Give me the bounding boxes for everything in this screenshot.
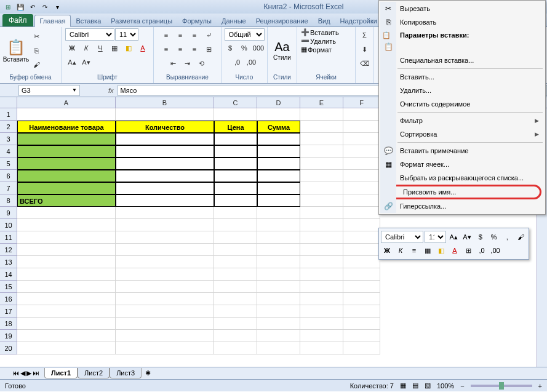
cell[interactable]: [343, 108, 380, 121]
row-header[interactable]: 8: [0, 194, 17, 207]
cell[interactable]: [300, 219, 343, 231]
row-header[interactable]: 16: [0, 293, 17, 305]
tab-data[interactable]: Данные: [217, 15, 251, 26]
row-header[interactable]: 12: [0, 244, 17, 256]
cell[interactable]: [116, 145, 214, 158]
align-left-icon[interactable]: ≡: [159, 42, 173, 56]
cell[interactable]: [343, 305, 380, 318]
cm-format-cells[interactable]: ▦Формат ячеек...: [380, 158, 544, 171]
shrink-font-icon[interactable]: A▾: [79, 55, 93, 69]
cell[interactable]: [116, 318, 214, 330]
view-layout-icon[interactable]: ▤: [412, 382, 418, 390]
copy-icon[interactable]: ⎘: [30, 44, 43, 57]
cell[interactable]: [343, 194, 380, 207]
view-pagebreak-icon[interactable]: ▧: [425, 382, 431, 390]
cm-copy[interactable]: ⎘Копировать: [380, 15, 544, 29]
row-header[interactable]: 9: [0, 207, 17, 219]
cell[interactable]: [214, 342, 257, 354]
cell[interactable]: [300, 244, 343, 256]
cell[interactable]: [214, 244, 257, 256]
cell[interactable]: [17, 256, 116, 268]
row-header[interactable]: 14: [0, 268, 17, 281]
tab-page-layout[interactable]: Разметка страницы: [106, 15, 177, 26]
format-painter-icon[interactable]: 🖌: [30, 58, 43, 71]
cell[interactable]: [257, 158, 300, 170]
wrap-text-icon[interactable]: ⤶: [202, 28, 215, 42]
cell[interactable]: [214, 256, 257, 268]
mini-format-painter-icon[interactable]: 🖌: [514, 231, 527, 243]
cell[interactable]: [116, 108, 214, 121]
cell[interactable]: [116, 231, 214, 244]
cell[interactable]: [257, 244, 300, 256]
cm-sort[interactable]: Сортировка▶: [380, 127, 544, 141]
cells-format-button[interactable]: ▦Формат: [301, 46, 332, 54]
cm-hyperlink[interactable]: 🔗Гиперссылка...: [380, 199, 544, 213]
new-sheet-icon[interactable]: ✱: [145, 369, 151, 377]
mini-dec-decimal-icon[interactable]: ,00: [489, 244, 501, 257]
cell[interactable]: [300, 342, 343, 354]
tab-home[interactable]: Главная: [34, 15, 71, 27]
mini-font-select[interactable]: Calibri: [381, 231, 423, 243]
qat-dropdown-icon[interactable]: ▾: [52, 1, 63, 12]
mini-shrink-font-icon[interactable]: A▾: [461, 231, 473, 243]
zoom-out-icon[interactable]: −: [460, 382, 464, 390]
cell[interactable]: [343, 133, 380, 145]
cell[interactable]: [343, 158, 380, 170]
cell[interactable]: [343, 219, 380, 231]
cm-filter[interactable]: Фильтр▶: [380, 114, 544, 127]
cell[interactable]: [17, 170, 116, 182]
sheet-nav-prev-icon[interactable]: ◀: [20, 369, 25, 377]
column-header-F[interactable]: F: [343, 97, 380, 108]
cell[interactable]: [214, 281, 257, 293]
cell[interactable]: [343, 182, 380, 194]
cell[interactable]: [300, 256, 343, 268]
cell[interactable]: [343, 121, 380, 133]
row-header[interactable]: 10: [0, 219, 17, 231]
cell[interactable]: [343, 207, 380, 219]
cell[interactable]: [116, 158, 214, 170]
cell[interactable]: [17, 145, 116, 158]
cell[interactable]: [257, 194, 300, 207]
mini-inc-decimal-icon[interactable]: ,0: [476, 244, 488, 257]
cell[interactable]: [17, 268, 116, 281]
row-header[interactable]: 2: [0, 121, 17, 133]
bold-button[interactable]: Ж: [65, 41, 79, 55]
cell[interactable]: [300, 330, 343, 342]
cell[interactable]: [300, 268, 343, 281]
font-name-select[interactable]: Calibri: [65, 28, 114, 41]
cm-cut[interactable]: ✂Вырезать: [380, 2, 544, 15]
mini-merge-icon[interactable]: ⊞: [462, 244, 474, 257]
cell[interactable]: [300, 133, 343, 145]
cell[interactable]: [17, 293, 116, 305]
fx-icon[interactable]: fx: [108, 87, 114, 94]
clear-icon[interactable]: ⌫: [358, 57, 372, 70]
cell[interactable]: Цена: [214, 121, 257, 133]
cell[interactable]: [257, 342, 300, 354]
cell[interactable]: [17, 281, 116, 293]
currency-icon[interactable]: $: [223, 41, 237, 55]
cell[interactable]: [343, 330, 380, 342]
sheet-nav-last-icon[interactable]: ⏭: [33, 369, 39, 377]
tab-addins[interactable]: Надстройки: [335, 15, 382, 26]
select-all-corner[interactable]: [0, 97, 17, 108]
align-bottom-icon[interactable]: ≡: [188, 28, 201, 42]
increase-decimal-icon[interactable]: ,0: [231, 55, 244, 69]
cell[interactable]: [257, 281, 300, 293]
mini-fill-icon[interactable]: ◧: [435, 244, 447, 257]
cell[interactable]: [116, 305, 214, 318]
row-header[interactable]: 5: [0, 158, 17, 170]
cell[interactable]: [343, 170, 380, 182]
cell[interactable]: [343, 318, 380, 330]
cell[interactable]: [214, 170, 257, 182]
cell[interactable]: Наименование товара: [17, 121, 116, 133]
cell[interactable]: [116, 170, 214, 182]
cell[interactable]: [214, 219, 257, 231]
cell[interactable]: [17, 231, 116, 244]
align-middle-icon[interactable]: ≡: [174, 28, 187, 42]
cm-dropdown-list[interactable]: Выбрать из раскрывающегося списка...: [380, 171, 544, 185]
mini-size-select[interactable]: 11: [425, 231, 446, 243]
comma-icon[interactable]: 000: [252, 41, 265, 55]
mini-align-icon[interactable]: ≡: [408, 244, 420, 257]
tab-view[interactable]: Вид: [313, 15, 335, 26]
cell[interactable]: [116, 207, 214, 219]
